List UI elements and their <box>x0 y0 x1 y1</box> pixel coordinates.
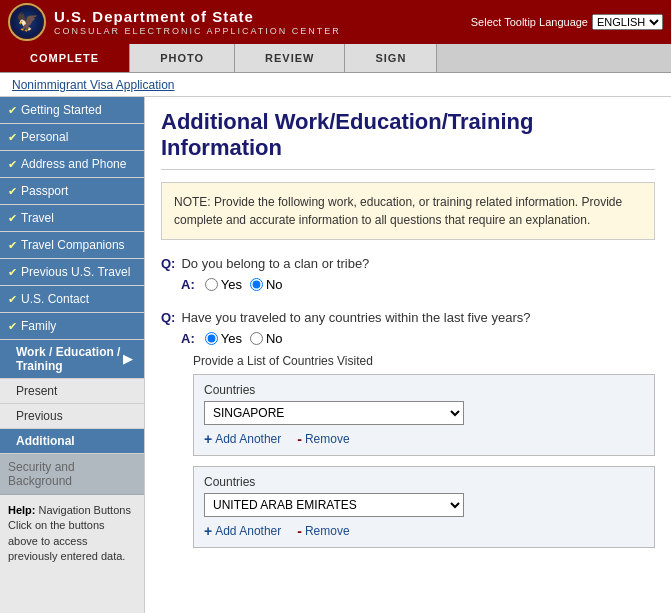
check-icon: ✔ <box>8 158 17 171</box>
check-icon: ✔ <box>8 239 17 252</box>
sidebar-work-group: Work / Education / Training ▶ Present Pr… <box>0 340 144 454</box>
sidebar-item-work[interactable]: Work / Education / Training ▶ <box>0 340 144 379</box>
logo-area: 🦅 U.S. Department of State CONSULAR ELEC… <box>8 3 341 41</box>
sidebar-help: Help: Navigation Buttons Click on the bu… <box>0 495 144 573</box>
tab-sign[interactable]: SIGN <box>345 44 437 72</box>
country-actions-1: + Add Another - Remove <box>204 431 644 447</box>
sidebar-item-label: U.S. Contact <box>21 292 89 306</box>
a-label-2: A: <box>181 331 195 346</box>
plus-icon-2: + <box>204 523 212 539</box>
dept-name: U.S. Department of State <box>54 8 341 25</box>
help-title: Help: <box>8 504 36 516</box>
check-icon: ✔ <box>8 131 17 144</box>
dept-sub: CONSULAR ELECTRONIC APPLICATION CENTER <box>54 26 341 36</box>
q-text-2: Have you traveled to any countries withi… <box>181 310 530 325</box>
sidebar-sub-previous[interactable]: Previous <box>0 404 144 429</box>
q-row-1: Q: Do you belong to a clan or tribe? <box>161 256 655 271</box>
add-another-link-1[interactable]: + Add Another <box>204 431 281 447</box>
sidebar-item-us-contact[interactable]: ✔ U.S. Contact <box>0 286 144 313</box>
radio-yes-countries[interactable]: Yes <box>205 331 242 346</box>
sidebar-item-passport[interactable]: ✔ Passport <box>0 178 144 205</box>
check-icon: ✔ <box>8 104 17 117</box>
radio-input-yes-clan[interactable] <box>205 278 218 291</box>
question-clan-tribe: Q: Do you belong to a clan or tribe? A: … <box>161 256 655 292</box>
country-label-2: Countries <box>204 475 644 489</box>
sidebar-item-security: Security and Background <box>0 454 144 495</box>
chevron-right-icon: ▶ <box>123 352 132 366</box>
radio-no-clan[interactable]: No <box>250 277 283 292</box>
radio-group-countries: Yes No <box>205 331 283 346</box>
radio-group-clan: Yes No <box>205 277 283 292</box>
language-select[interactable]: ENGLISH <box>592 14 663 30</box>
q-text-1: Do you belong to a clan or tribe? <box>181 256 369 271</box>
sidebar-work-label: Work / Education / Training <box>16 345 123 373</box>
country-actions-2: + Add Another - Remove <box>204 523 644 539</box>
a-row-2: A: Yes No <box>161 331 655 346</box>
sidebar-item-label: Getting Started <box>21 103 102 117</box>
tab-photo[interactable]: PHOTO <box>130 44 235 72</box>
add-another-label-1: Add Another <box>215 432 281 446</box>
radio-input-no-countries[interactable] <box>250 332 263 345</box>
state-dept-seal: 🦅 <box>8 3 46 41</box>
sidebar-item-label: Address and Phone <box>21 157 126 171</box>
country-row-1: Countries SINGAPORE + Add Another - Remo… <box>193 374 655 456</box>
sidebar-sub-present[interactable]: Present <box>0 379 144 404</box>
q-row-2: Q: Have you traveled to any countries wi… <box>161 310 655 325</box>
remove-label-2: Remove <box>305 524 350 538</box>
question-countries: Q: Have you traveled to any countries wi… <box>161 310 655 548</box>
sidebar-item-travel-companions[interactable]: ✔ Travel Companions <box>0 232 144 259</box>
sidebar-item-prev-us-travel[interactable]: ✔ Previous U.S. Travel <box>0 259 144 286</box>
sidebar-item-getting-started[interactable]: ✔ Getting Started <box>0 97 144 124</box>
help-subtitle: Navigation Buttons <box>39 504 131 516</box>
check-icon: ✔ <box>8 212 17 225</box>
add-another-link-2[interactable]: + Add Another <box>204 523 281 539</box>
add-another-label-2: Add Another <box>215 524 281 538</box>
sidebar-item-address-phone[interactable]: ✔ Address and Phone <box>0 151 144 178</box>
a-label-1: A: <box>181 277 195 292</box>
minus-icon-2: - <box>297 523 302 539</box>
sidebar-item-label: Previous U.S. Travel <box>21 265 130 279</box>
sidebar-item-label: Family <box>21 319 56 333</box>
tab-complete[interactable]: COMPLETE <box>0 44 130 72</box>
countries-section-label: Provide a List of Countries Visited <box>193 354 655 368</box>
country-label-1: Countries <box>204 383 644 397</box>
sidebar-item-label: Passport <box>21 184 68 198</box>
country-row-2: Countries UNITED ARAB EMIRATES + Add Ano… <box>193 466 655 548</box>
sidebar-item-personal[interactable]: ✔ Personal <box>0 124 144 151</box>
header-title: U.S. Department of State CONSULAR ELECTR… <box>54 8 341 36</box>
page-layout: ✔ Getting Started ✔ Personal ✔ Address a… <box>0 97 671 613</box>
check-icon: ✔ <box>8 320 17 333</box>
sidebar-item-travel[interactable]: ✔ Travel <box>0 205 144 232</box>
sidebar-item-label: Personal <box>21 130 68 144</box>
tab-review[interactable]: REVIEW <box>235 44 345 72</box>
q-label-2: Q: <box>161 310 175 325</box>
remove-link-1[interactable]: - Remove <box>297 431 349 447</box>
remove-link-2[interactable]: - Remove <box>297 523 349 539</box>
note-box: NOTE: Provide the following work, educat… <box>161 182 655 240</box>
q-label-1: Q: <box>161 256 175 271</box>
lang-label: Select Tooltip Language <box>471 16 588 28</box>
check-icon: ✔ <box>8 293 17 306</box>
minus-icon: - <box>297 431 302 447</box>
plus-icon: + <box>204 431 212 447</box>
sidebar-item-label: Travel Companions <box>21 238 125 252</box>
main-content: Additional Work/Education/Training Infor… <box>145 97 671 613</box>
sidebar-item-family[interactable]: ✔ Family <box>0 313 144 340</box>
remove-label-1: Remove <box>305 432 350 446</box>
country-select-1[interactable]: SINGAPORE <box>204 401 464 425</box>
breadcrumb: Nonimmigrant Visa Application <box>0 73 671 97</box>
radio-no-countries[interactable]: No <box>250 331 283 346</box>
radio-input-no-clan[interactable] <box>250 278 263 291</box>
sidebar-sub-additional[interactable]: Additional <box>0 429 144 454</box>
breadcrumb-link[interactable]: Nonimmigrant Visa Application <box>12 78 175 92</box>
a-row-1: A: Yes No <box>161 277 655 292</box>
help-text: Click on the buttons above to access pre… <box>8 519 125 562</box>
header-bar: 🦅 U.S. Department of State CONSULAR ELEC… <box>0 0 671 44</box>
countries-section: Provide a List of Countries Visited Coun… <box>161 354 655 548</box>
radio-yes-clan[interactable]: Yes <box>205 277 242 292</box>
radio-input-yes-countries[interactable] <box>205 332 218 345</box>
language-selector-area: Select Tooltip Language ENGLISH <box>471 14 663 30</box>
country-select-2[interactable]: UNITED ARAB EMIRATES <box>204 493 464 517</box>
tab-bar: COMPLETE PHOTO REVIEW SIGN <box>0 44 671 73</box>
check-icon: ✔ <box>8 266 17 279</box>
